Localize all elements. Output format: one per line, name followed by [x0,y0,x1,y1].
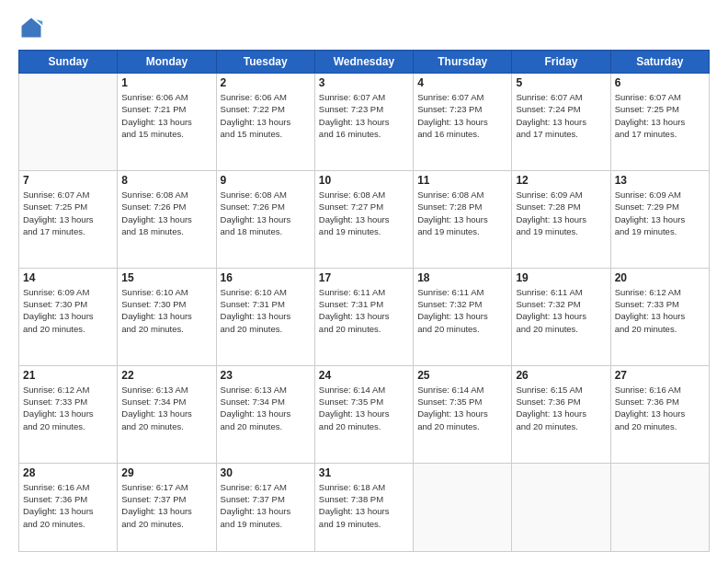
calendar-cell: 29Sunrise: 6:17 AM Sunset: 7:37 PM Dayli… [118,463,216,551]
calendar-cell: 15Sunrise: 6:10 AM Sunset: 7:30 PM Dayli… [118,268,216,365]
calendar-cell: 21Sunrise: 6:12 AM Sunset: 7:33 PM Dayli… [19,365,118,463]
day-info: Sunrise: 6:09 AM Sunset: 7:29 PM Dayligh… [615,189,705,237]
day-number: 23 [221,369,311,382]
day-number: 17 [319,271,409,284]
calendar-cell: 9Sunrise: 6:08 AM Sunset: 7:26 PM Daylig… [216,170,314,268]
logo-icon [18,15,44,40]
day-number: 1 [121,76,211,89]
day-info: Sunrise: 6:09 AM Sunset: 7:30 PM Dayligh… [23,286,113,335]
day-number: 19 [516,271,606,284]
day-number: 31 [319,466,409,479]
calendar-week-5: 28Sunrise: 6:16 AM Sunset: 7:36 PM Dayli… [19,463,710,551]
calendar-cell: 11Sunrise: 6:08 AM Sunset: 7:28 PM Dayli… [414,170,512,268]
weekday-header-row: SundayMondayTuesdayWednesdayThursdayFrid… [19,51,710,74]
calendar-cell: 4Sunrise: 6:07 AM Sunset: 7:23 PM Daylig… [414,74,512,171]
day-info: Sunrise: 6:07 AM Sunset: 7:24 PM Dayligh… [516,91,606,140]
calendar-cell: 30Sunrise: 6:17 AM Sunset: 7:37 PM Dayli… [216,463,314,551]
day-number: 10 [319,174,409,187]
day-info: Sunrise: 6:10 AM Sunset: 7:31 PM Dayligh… [221,286,311,335]
page: SundayMondayTuesdayWednesdayThursdayFrid… [0,0,728,563]
logo [18,15,48,40]
day-number: 6 [615,76,705,89]
day-info: Sunrise: 6:16 AM Sunset: 7:36 PM Dayligh… [615,384,705,432]
day-number: 14 [23,271,113,284]
day-number: 28 [23,466,113,479]
calendar-cell [19,74,118,171]
day-number: 21 [23,369,113,382]
day-info: Sunrise: 6:13 AM Sunset: 7:34 PM Dayligh… [121,384,211,432]
calendar-cell [414,463,512,551]
calendar-table: SundayMondayTuesdayWednesdayThursdayFrid… [18,50,710,552]
calendar-cell: 24Sunrise: 6:14 AM Sunset: 7:35 PM Dayli… [314,365,413,463]
weekday-header-friday: Friday [512,51,610,74]
calendar-cell: 26Sunrise: 6:15 AM Sunset: 7:36 PM Dayli… [512,365,610,463]
day-info: Sunrise: 6:08 AM Sunset: 7:27 PM Dayligh… [319,189,409,237]
day-number: 4 [417,76,507,89]
calendar-week-2: 7Sunrise: 6:07 AM Sunset: 7:25 PM Daylig… [19,170,710,268]
calendar-cell: 8Sunrise: 6:08 AM Sunset: 7:26 PM Daylig… [118,170,216,268]
weekday-header-thursday: Thursday [414,51,512,74]
calendar-week-4: 21Sunrise: 6:12 AM Sunset: 7:33 PM Dayli… [19,365,710,463]
day-info: Sunrise: 6:16 AM Sunset: 7:36 PM Dayligh… [23,481,113,530]
day-info: Sunrise: 6:08 AM Sunset: 7:26 PM Dayligh… [121,189,211,237]
day-info: Sunrise: 6:14 AM Sunset: 7:35 PM Dayligh… [417,384,507,432]
weekday-header-saturday: Saturday [610,51,709,74]
day-info: Sunrise: 6:11 AM Sunset: 7:32 PM Dayligh… [417,286,507,335]
calendar-cell: 14Sunrise: 6:09 AM Sunset: 7:30 PM Dayli… [19,268,118,365]
day-info: Sunrise: 6:07 AM Sunset: 7:23 PM Dayligh… [417,91,507,140]
weekday-header-wednesday: Wednesday [314,51,413,74]
calendar-week-3: 14Sunrise: 6:09 AM Sunset: 7:30 PM Dayli… [19,268,710,365]
calendar-cell: 6Sunrise: 6:07 AM Sunset: 7:25 PM Daylig… [610,74,709,171]
day-number: 11 [417,174,507,187]
day-number: 20 [615,271,705,284]
day-number: 9 [221,174,311,187]
day-info: Sunrise: 6:17 AM Sunset: 7:37 PM Dayligh… [121,481,211,530]
calendar-week-1: 1Sunrise: 6:06 AM Sunset: 7:21 PM Daylig… [19,74,710,171]
calendar-cell: 12Sunrise: 6:09 AM Sunset: 7:28 PM Dayli… [512,170,610,268]
calendar-cell: 17Sunrise: 6:11 AM Sunset: 7:31 PM Dayli… [314,268,413,365]
calendar-cell: 13Sunrise: 6:09 AM Sunset: 7:29 PM Dayli… [610,170,709,268]
calendar-cell: 20Sunrise: 6:12 AM Sunset: 7:33 PM Dayli… [610,268,709,365]
day-number: 22 [121,369,211,382]
day-number: 15 [121,271,211,284]
day-number: 13 [615,174,705,187]
day-number: 8 [121,174,211,187]
weekday-header-monday: Monday [118,51,216,74]
day-info: Sunrise: 6:07 AM Sunset: 7:25 PM Dayligh… [615,91,705,140]
day-number: 25 [417,369,507,382]
calendar-cell [610,463,709,551]
day-number: 12 [516,174,606,187]
day-number: 7 [23,174,113,187]
day-info: Sunrise: 6:07 AM Sunset: 7:25 PM Dayligh… [23,189,113,237]
day-number: 18 [417,271,507,284]
day-info: Sunrise: 6:10 AM Sunset: 7:30 PM Dayligh… [121,286,211,335]
weekday-header-sunday: Sunday [19,51,118,74]
day-number: 24 [319,369,409,382]
day-number: 5 [516,76,606,89]
calendar-cell: 27Sunrise: 6:16 AM Sunset: 7:36 PM Dayli… [610,365,709,463]
calendar-cell: 31Sunrise: 6:18 AM Sunset: 7:38 PM Dayli… [314,463,413,551]
day-number: 29 [121,466,211,479]
day-info: Sunrise: 6:06 AM Sunset: 7:21 PM Dayligh… [121,91,211,140]
header [18,15,710,40]
calendar-cell: 18Sunrise: 6:11 AM Sunset: 7:32 PM Dayli… [414,268,512,365]
day-info: Sunrise: 6:08 AM Sunset: 7:26 PM Dayligh… [221,189,311,237]
day-number: 30 [221,466,311,479]
day-info: Sunrise: 6:12 AM Sunset: 7:33 PM Dayligh… [23,384,113,432]
calendar-cell: 3Sunrise: 6:07 AM Sunset: 7:23 PM Daylig… [314,74,413,171]
day-info: Sunrise: 6:13 AM Sunset: 7:34 PM Dayligh… [221,384,311,432]
day-info: Sunrise: 6:06 AM Sunset: 7:22 PM Dayligh… [221,91,311,140]
day-number: 2 [221,76,311,89]
calendar-cell: 10Sunrise: 6:08 AM Sunset: 7:27 PM Dayli… [314,170,413,268]
day-info: Sunrise: 6:18 AM Sunset: 7:38 PM Dayligh… [319,481,409,530]
calendar-cell: 23Sunrise: 6:13 AM Sunset: 7:34 PM Dayli… [216,365,314,463]
day-number: 27 [615,369,705,382]
day-info: Sunrise: 6:08 AM Sunset: 7:28 PM Dayligh… [417,189,507,237]
day-info: Sunrise: 6:14 AM Sunset: 7:35 PM Dayligh… [319,384,409,432]
calendar-cell: 25Sunrise: 6:14 AM Sunset: 7:35 PM Dayli… [414,365,512,463]
day-info: Sunrise: 6:12 AM Sunset: 7:33 PM Dayligh… [615,286,705,335]
day-info: Sunrise: 6:15 AM Sunset: 7:36 PM Dayligh… [516,384,606,432]
calendar-cell: 1Sunrise: 6:06 AM Sunset: 7:21 PM Daylig… [118,74,216,171]
calendar-cell: 7Sunrise: 6:07 AM Sunset: 7:25 PM Daylig… [19,170,118,268]
weekday-header-tuesday: Tuesday [216,51,314,74]
